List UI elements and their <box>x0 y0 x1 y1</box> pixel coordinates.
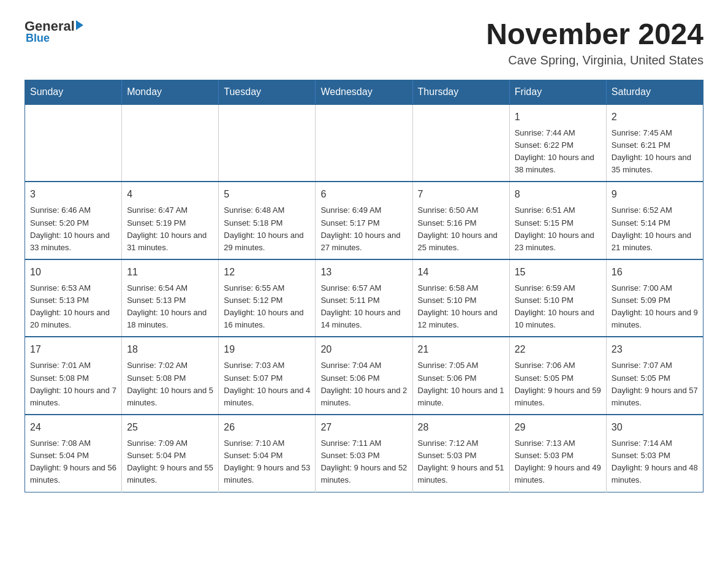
weekday-header-row: Sunday Monday Tuesday Wednesday Thursday… <box>25 80 703 104</box>
day-number: 28 <box>418 420 504 435</box>
day-info: Sunrise: 7:12 AM Sunset: 5:03 PM Dayligh… <box>418 437 504 487</box>
day-info: Sunrise: 6:53 AM Sunset: 5:13 PM Dayligh… <box>30 282 116 332</box>
day-info: Sunrise: 6:54 AM Sunset: 5:13 PM Dayligh… <box>127 282 213 332</box>
day-info: Sunrise: 6:58 AM Sunset: 5:10 PM Dayligh… <box>418 282 504 332</box>
day-number: 8 <box>515 187 601 202</box>
day-cell-3-5: 22Sunrise: 7:06 AM Sunset: 5:05 PM Dayli… <box>509 337 606 415</box>
day-number: 13 <box>320 265 407 280</box>
day-cell-1-4: 7Sunrise: 6:50 AM Sunset: 5:16 PM Daylig… <box>412 182 509 259</box>
day-cell-4-4: 28Sunrise: 7:12 AM Sunset: 5:03 PM Dayli… <box>412 415 509 492</box>
day-info: Sunrise: 6:57 AM Sunset: 5:11 PM Dayligh… <box>320 282 407 332</box>
day-cell-4-2: 26Sunrise: 7:10 AM Sunset: 5:04 PM Dayli… <box>219 415 316 492</box>
day-info: Sunrise: 6:55 AM Sunset: 5:12 PM Dayligh… <box>224 282 310 332</box>
day-number: 4 <box>127 187 213 202</box>
day-info: Sunrise: 7:13 AM Sunset: 5:03 PM Dayligh… <box>515 437 601 487</box>
day-info: Sunrise: 6:49 AM Sunset: 5:17 PM Dayligh… <box>320 204 407 254</box>
day-number: 14 <box>418 265 504 280</box>
day-cell-1-2: 5Sunrise: 6:48 AM Sunset: 5:18 PM Daylig… <box>219 182 316 259</box>
day-info: Sunrise: 7:05 AM Sunset: 5:06 PM Dayligh… <box>418 359 504 409</box>
day-info: Sunrise: 7:11 AM Sunset: 5:03 PM Dayligh… <box>320 437 407 487</box>
day-info: Sunrise: 7:06 AM Sunset: 5:05 PM Dayligh… <box>515 359 601 409</box>
day-cell-2-2: 12Sunrise: 6:55 AM Sunset: 5:12 PM Dayli… <box>219 259 316 337</box>
day-info: Sunrise: 6:46 AM Sunset: 5:20 PM Dayligh… <box>30 204 116 254</box>
week-row-4: 24Sunrise: 7:08 AM Sunset: 5:04 PM Dayli… <box>25 415 703 492</box>
day-cell-4-0: 24Sunrise: 7:08 AM Sunset: 5:04 PM Dayli… <box>25 415 122 492</box>
day-number: 7 <box>418 187 504 202</box>
logo: General Blue <box>25 18 83 45</box>
day-info: Sunrise: 7:10 AM Sunset: 5:04 PM Dayligh… <box>224 437 310 487</box>
day-number: 11 <box>127 265 213 280</box>
day-number: 16 <box>612 265 698 280</box>
day-info: Sunrise: 7:44 AM Sunset: 6:22 PM Dayligh… <box>515 127 601 177</box>
week-row-3: 17Sunrise: 7:01 AM Sunset: 5:08 PM Dayli… <box>25 337 703 415</box>
day-cell-1-3: 6Sunrise: 6:49 AM Sunset: 5:17 PM Daylig… <box>316 182 412 259</box>
day-cell-0-1 <box>122 104 219 182</box>
day-cell-2-0: 10Sunrise: 6:53 AM Sunset: 5:13 PM Dayli… <box>25 259 122 337</box>
logo-arrow-icon <box>76 20 83 30</box>
day-cell-0-0 <box>25 104 122 182</box>
day-cell-2-4: 14Sunrise: 6:58 AM Sunset: 5:10 PM Dayli… <box>412 259 509 337</box>
day-cell-1-6: 9Sunrise: 6:52 AM Sunset: 5:14 PM Daylig… <box>606 182 703 259</box>
day-number: 27 <box>320 420 407 435</box>
day-cell-0-4 <box>412 104 509 182</box>
day-number: 10 <box>30 265 116 280</box>
day-cell-2-5: 15Sunrise: 6:59 AM Sunset: 5:10 PM Dayli… <box>509 259 606 337</box>
month-title: November 2024 <box>486 18 703 51</box>
day-info: Sunrise: 7:00 AM Sunset: 5:09 PM Dayligh… <box>612 282 698 332</box>
day-cell-4-1: 25Sunrise: 7:09 AM Sunset: 5:04 PM Dayli… <box>122 415 219 492</box>
day-number: 9 <box>612 187 698 202</box>
day-number: 18 <box>127 342 213 357</box>
day-number: 23 <box>612 342 698 357</box>
week-row-2: 10Sunrise: 6:53 AM Sunset: 5:13 PM Dayli… <box>25 259 703 337</box>
day-number: 29 <box>515 420 601 435</box>
day-info: Sunrise: 7:03 AM Sunset: 5:07 PM Dayligh… <box>224 359 310 409</box>
day-cell-0-6: 2Sunrise: 7:45 AM Sunset: 6:21 PM Daylig… <box>606 104 703 182</box>
day-number: 26 <box>224 420 310 435</box>
logo-blue: Blue <box>26 32 50 45</box>
day-cell-0-3 <box>316 104 412 182</box>
day-cell-4-3: 27Sunrise: 7:11 AM Sunset: 5:03 PM Dayli… <box>316 415 412 492</box>
header-tuesday: Tuesday <box>219 80 316 104</box>
week-row-1: 3Sunrise: 6:46 AM Sunset: 5:20 PM Daylig… <box>25 182 703 259</box>
day-info: Sunrise: 6:52 AM Sunset: 5:14 PM Dayligh… <box>612 204 698 254</box>
day-cell-1-0: 3Sunrise: 6:46 AM Sunset: 5:20 PM Daylig… <box>25 182 122 259</box>
day-cell-0-5: 1Sunrise: 7:44 AM Sunset: 6:22 PM Daylig… <box>509 104 606 182</box>
day-number: 19 <box>224 342 310 357</box>
header-sunday: Sunday <box>25 80 122 104</box>
day-cell-2-1: 11Sunrise: 6:54 AM Sunset: 5:13 PM Dayli… <box>122 259 219 337</box>
day-number: 15 <box>515 265 601 280</box>
day-cell-4-6: 30Sunrise: 7:14 AM Sunset: 5:03 PM Dayli… <box>606 415 703 492</box>
day-number: 1 <box>515 110 601 124</box>
day-cell-1-5: 8Sunrise: 6:51 AM Sunset: 5:15 PM Daylig… <box>509 182 606 259</box>
day-number: 30 <box>612 420 698 435</box>
day-number: 17 <box>30 342 116 357</box>
day-cell-3-1: 18Sunrise: 7:02 AM Sunset: 5:08 PM Dayli… <box>122 337 219 415</box>
location-title: Cave Spring, Virginia, United States <box>486 53 703 67</box>
day-info: Sunrise: 7:09 AM Sunset: 5:04 PM Dayligh… <box>127 437 213 487</box>
header-friday: Friday <box>509 80 606 104</box>
day-cell-3-4: 21Sunrise: 7:05 AM Sunset: 5:06 PM Dayli… <box>412 337 509 415</box>
day-number: 6 <box>320 187 407 202</box>
day-cell-4-5: 29Sunrise: 7:13 AM Sunset: 5:03 PM Dayli… <box>509 415 606 492</box>
day-cell-3-0: 17Sunrise: 7:01 AM Sunset: 5:08 PM Dayli… <box>25 337 122 415</box>
day-info: Sunrise: 7:08 AM Sunset: 5:04 PM Dayligh… <box>30 437 116 487</box>
day-number: 3 <box>30 187 116 202</box>
day-number: 12 <box>224 265 310 280</box>
day-info: Sunrise: 7:04 AM Sunset: 5:06 PM Dayligh… <box>320 359 407 409</box>
day-info: Sunrise: 7:02 AM Sunset: 5:08 PM Dayligh… <box>127 359 213 409</box>
header-area: General Blue November 2024 Cave Spring, … <box>25 18 703 67</box>
day-info: Sunrise: 6:47 AM Sunset: 5:19 PM Dayligh… <box>127 204 213 254</box>
day-cell-0-2 <box>219 104 316 182</box>
day-number: 20 <box>320 342 407 357</box>
day-cell-2-6: 16Sunrise: 7:00 AM Sunset: 5:09 PM Dayli… <box>606 259 703 337</box>
header-saturday: Saturday <box>606 80 703 104</box>
day-cell-2-3: 13Sunrise: 6:57 AM Sunset: 5:11 PM Dayli… <box>316 259 412 337</box>
calendar-table: Sunday Monday Tuesday Wednesday Thursday… <box>25 80 703 492</box>
header-wednesday: Wednesday <box>316 80 412 104</box>
title-area: November 2024 Cave Spring, Virginia, Uni… <box>486 18 703 67</box>
day-number: 21 <box>418 342 504 357</box>
day-number: 2 <box>612 110 698 124</box>
header-thursday: Thursday <box>412 80 509 104</box>
day-number: 22 <box>515 342 601 357</box>
week-row-0: 1Sunrise: 7:44 AM Sunset: 6:22 PM Daylig… <box>25 104 703 182</box>
